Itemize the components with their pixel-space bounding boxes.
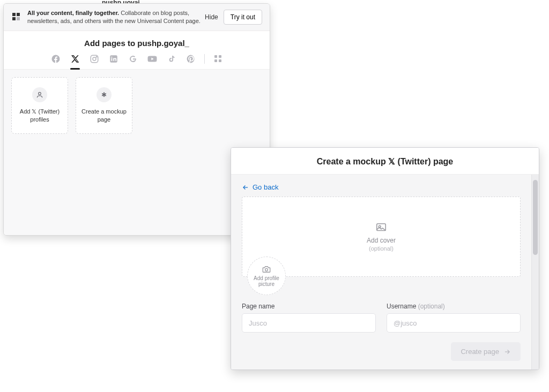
svg-rect-1: [17, 13, 20, 16]
scrollbar[interactable]: [531, 175, 539, 370]
add-twitter-profiles-card[interactable]: Add 𝕏 (Twitter) profiles: [11, 77, 68, 134]
svg-rect-2: [12, 17, 16, 20]
svg-point-14: [39, 92, 41, 95]
pinterest-icon[interactable]: [185, 53, 197, 65]
tiktok-icon[interactable]: [166, 53, 177, 65]
tab-separator: [204, 54, 205, 64]
camera-icon: [262, 265, 271, 274]
create-page-button[interactable]: Create page: [451, 342, 521, 361]
card-label: Add 𝕏 (Twitter) profiles: [12, 108, 68, 124]
universal-content-banner: All your content, finally together. Coll…: [4, 4, 270, 31]
svg-rect-0: [12, 13, 16, 16]
platform-tabstrip: [4, 53, 270, 70]
image-icon: [375, 222, 387, 233]
add-pages-title: Add pages to pushp.goyal_: [4, 31, 270, 53]
svg-rect-11: [219, 55, 221, 58]
x-twitter-icon[interactable]: [69, 53, 81, 65]
banner-bold: All your content, finally together.: [27, 10, 119, 16]
card-label: Create a mockup page: [76, 108, 132, 124]
svg-rect-8: [111, 58, 112, 61]
create-mockup-body: Go back Add cover (optional) Add profile: [231, 175, 531, 370]
linkedin-icon[interactable]: [108, 53, 120, 65]
svg-rect-13: [219, 59, 221, 62]
create-mockup-title: Create a mockup 𝕏 (Twitter) page: [231, 148, 539, 175]
add-profile-picture[interactable]: Add profile picture: [247, 257, 286, 295]
svg-point-5: [93, 57, 96, 61]
username-label-text: Username: [387, 303, 416, 310]
username-optional: (optional): [418, 303, 445, 310]
add-cover-area[interactable]: Add cover (optional): [242, 197, 521, 277]
page-name-label: Page name: [242, 303, 376, 310]
more-apps-icon[interactable]: [212, 53, 224, 65]
svg-rect-10: [214, 55, 217, 58]
try-it-out-button[interactable]: Try it out: [224, 10, 262, 25]
banner-text: All your content, finally together. Coll…: [27, 9, 201, 25]
add-cover-sub: (optional): [369, 245, 394, 252]
go-back-label: Go back: [253, 183, 278, 191]
google-icon[interactable]: [127, 53, 139, 65]
asterisk-icon: ✱: [97, 87, 112, 102]
svg-point-9: [111, 56, 112, 57]
create-mockup-page-card[interactable]: ✱ Create a mockup page: [76, 77, 132, 134]
create-mockup-panel: Create a mockup 𝕏 (Twitter) page Go back…: [231, 147, 539, 370]
go-back-link[interactable]: Go back: [242, 183, 278, 191]
arrow-left-icon: [242, 184, 249, 191]
facebook-icon[interactable]: [50, 53, 62, 65]
avatar-label-1: Add profile: [254, 275, 279, 281]
avatar-label-2: picture: [258, 281, 274, 287]
cards-area: Add 𝕏 (Twitter) profiles ✱ Create a mock…: [4, 70, 270, 235]
svg-point-17: [265, 268, 268, 271]
content-grid-icon: [11, 12, 22, 22]
svg-rect-3: [17, 17, 20, 20]
svg-rect-12: [214, 59, 217, 62]
person-icon: [32, 87, 47, 102]
arrow-right-icon: [503, 348, 511, 356]
username-input[interactable]: [387, 313, 521, 333]
page-name-input[interactable]: [242, 313, 376, 333]
add-cover-label: Add cover: [367, 237, 396, 244]
instagram-icon[interactable]: [88, 53, 100, 65]
hide-link[interactable]: Hide: [205, 13, 218, 21]
svg-point-6: [96, 56, 97, 57]
username-label: Username (optional): [387, 303, 521, 310]
youtube-icon[interactable]: [146, 53, 158, 65]
scrollbar-thumb[interactable]: [533, 180, 538, 255]
create-page-label: Create page: [461, 348, 499, 356]
